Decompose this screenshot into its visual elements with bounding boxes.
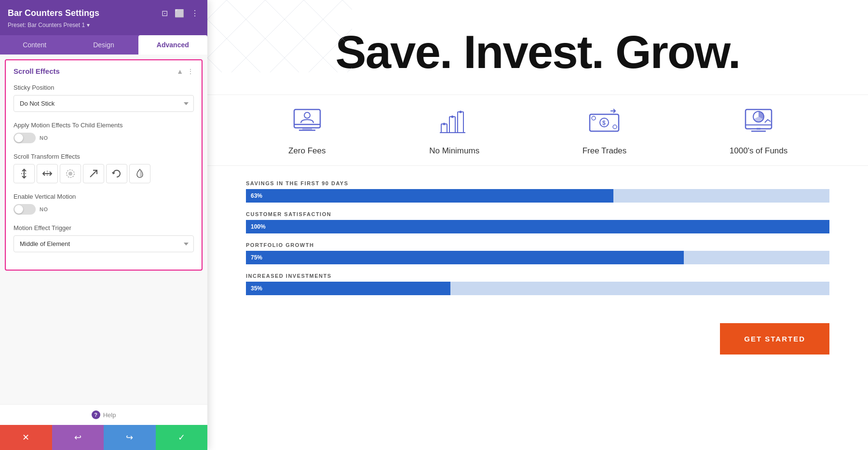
svg-line-6 — [90, 170, 97, 177]
svg-rect-15 — [449, 117, 455, 133]
zero-fees-label: Zero Fees — [288, 146, 326, 156]
chart-savings-label: 63% — [251, 192, 262, 199]
svg-point-5 — [68, 172, 72, 176]
sticky-position-select[interactable]: Do Not Stick Stick to Top Stick to Botto… — [14, 95, 194, 112]
zero-fees-icon — [288, 105, 326, 138]
opacity-transform-icon[interactable] — [129, 164, 150, 183]
chart-savings: SAVINGS IN THE FIRST 90 DAYS 63% — [246, 180, 829, 203]
scroll-effects-section: Scroll Effects ▲ ⋮ Sticky Position Do No… — [5, 59, 203, 271]
cta-section: GET STARTED — [207, 314, 868, 364]
vertical-motion-group: Enable Vertical Motion NO — [14, 193, 194, 215]
panel-body: Scroll Effects ▲ ⋮ Sticky Position Do No… — [0, 55, 207, 404]
chart-growth-bar: 75% — [246, 251, 829, 264]
funds-label: 1000's of Funds — [730, 146, 787, 156]
apply-motion-group: Apply Motion Effects To Child Elements N… — [14, 122, 194, 143]
no-minimums-label: No Minimums — [429, 146, 479, 156]
apply-motion-toggle-label: NO — [40, 135, 48, 141]
chart-savings-fill: 63% — [246, 189, 613, 203]
section-content: Sticky Position Do Not Stick Stick to To… — [6, 82, 202, 270]
motion-trigger-group: Motion Effect Trigger Middle of Element … — [14, 224, 194, 252]
vertical-motion-toggle[interactable] — [14, 204, 36, 215]
expand-icon[interactable]: ⬜ — [174, 8, 185, 19]
chart-satisfaction: CUSTOMER SATISFACTION 100% — [246, 211, 829, 233]
svg-point-24 — [592, 116, 596, 120]
chart-savings-bar: 63% — [246, 189, 829, 203]
chart-growth-name: PORTFOLIO GROWTH — [246, 242, 314, 248]
svg-point-20 — [460, 111, 462, 113]
chart-investments: INCREASED INVESTMENTS 35% — [246, 273, 829, 295]
undo-button[interactable]: ↩ — [52, 425, 104, 450]
horizontal-transform-icon[interactable] — [37, 164, 58, 183]
section-header-icons: ▲ ⋮ — [176, 68, 194, 75]
tab-design[interactable]: Design — [69, 35, 138, 55]
scroll-transform-label: Scroll Transform Effects — [14, 153, 194, 160]
section-header: Scroll Effects ▲ ⋮ — [6, 60, 202, 82]
svg-point-19 — [451, 116, 454, 118]
motion-trigger-select[interactable]: Middle of Element Top of Element Bottom … — [14, 235, 194, 252]
preset-selector[interactable]: Preset: Bar Counters Preset 1 ▾ — [8, 22, 200, 28]
help-label: Help — [103, 411, 116, 419]
svg-text:$: $ — [602, 120, 606, 126]
sticky-position-group: Sticky Position Do Not Stick Stick to To… — [14, 84, 194, 112]
section-more-icon[interactable]: ⋮ — [187, 68, 194, 75]
feature-free-trades: $ Free Trades — [583, 105, 627, 156]
chart-growth: PORTFOLIO GROWTH 75% — [246, 242, 829, 264]
chart-satisfaction-label: 100% — [251, 223, 266, 230]
cancel-button[interactable]: ✕ — [0, 425, 52, 450]
collapse-icon[interactable]: ▲ — [176, 68, 183, 75]
rotate-transform-icon[interactable] — [106, 164, 127, 183]
vertical-motion-label: Enable Vertical Motion — [14, 193, 194, 200]
sticky-position-label: Sticky Position — [14, 84, 194, 91]
chart-investments-fill: 35% — [246, 282, 450, 295]
tab-advanced[interactable]: Advanced — [138, 35, 207, 55]
svg-rect-14 — [441, 124, 447, 133]
minimize-icon[interactable]: ⊡ — [161, 8, 169, 19]
chart-growth-label: 75% — [251, 254, 262, 261]
preset-chevron-icon: ▾ — [87, 22, 90, 28]
feature-no-minimums: No Minimums — [429, 105, 479, 156]
vertical-motion-toggle-row: NO — [14, 204, 194, 215]
vertical-motion-toggle-label: NO — [40, 206, 48, 212]
redo-button[interactable]: ↪ — [104, 425, 156, 450]
chart-growth-fill: 75% — [246, 251, 684, 264]
transform-icons-row — [14, 164, 194, 183]
free-trades-icon: $ — [585, 105, 624, 138]
action-buttons: ✕ ↩ ↪ ✓ — [0, 425, 207, 450]
cta-button[interactable]: GET STARTED — [720, 323, 829, 355]
funds-icon — [739, 105, 778, 138]
svg-point-13 — [304, 112, 310, 118]
save-button[interactable]: ✓ — [156, 425, 208, 450]
apply-motion-toggle[interactable] — [14, 133, 36, 143]
scroll-transform-group: Scroll Transform Effects — [14, 153, 194, 183]
chart-satisfaction-fill: 100% — [246, 220, 829, 233]
chart-satisfaction-name: CUSTOMER SATISFACTION — [246, 211, 331, 217]
apply-motion-label: Apply Motion Effects To Child Elements — [14, 122, 194, 129]
free-trades-label: Free Trades — [583, 146, 627, 156]
toggle-knob — [14, 134, 23, 142]
panel-tabs: Content Design Advanced — [0, 35, 207, 55]
chart-savings-name: SAVINGS IN THE FIRST 90 DAYS — [246, 180, 349, 186]
vertical-transform-icon[interactable] — [14, 164, 35, 183]
settings-panel: Bar Counters Settings ⊡ ⬜ ⋮ Preset: Bar … — [0, 0, 207, 450]
help-icon: ? — [92, 410, 100, 419]
chart-satisfaction-bar: 100% — [246, 220, 829, 233]
chart-investments-label: 35% — [251, 285, 262, 292]
panel-title: Bar Counters Settings — [8, 8, 99, 18]
skew-transform-icon[interactable] — [83, 164, 104, 183]
vertical-toggle-knob — [14, 205, 23, 214]
chart-investments-bar: 35% — [246, 282, 829, 295]
panel-header: Bar Counters Settings ⊡ ⬜ ⋮ Preset: Bar … — [0, 0, 207, 35]
features-row: Zero Fees No Minimums — [207, 95, 868, 166]
feature-funds: 1000's of Funds — [730, 105, 787, 156]
help-row[interactable]: ? Help — [0, 405, 207, 425]
fade-transform-icon[interactable] — [60, 164, 81, 183]
apply-motion-toggle-row: NO — [14, 133, 194, 143]
hero-title: Save. Invest. Grow. — [246, 29, 829, 75]
more-options-icon[interactable]: ⋮ — [190, 8, 200, 19]
preset-label: Preset: Bar Counters Preset 1 — [8, 22, 85, 28]
chart-investments-name: INCREASED INVESTMENTS — [246, 273, 332, 279]
tab-content[interactable]: Content — [0, 35, 69, 55]
panel-title-icons: ⊡ ⬜ ⋮ — [161, 8, 200, 19]
main-content: Save. Invest. Grow. Zero Fees — [207, 0, 868, 450]
panel-footer: ? Help ✕ ↩ ↪ ✓ — [0, 404, 207, 450]
